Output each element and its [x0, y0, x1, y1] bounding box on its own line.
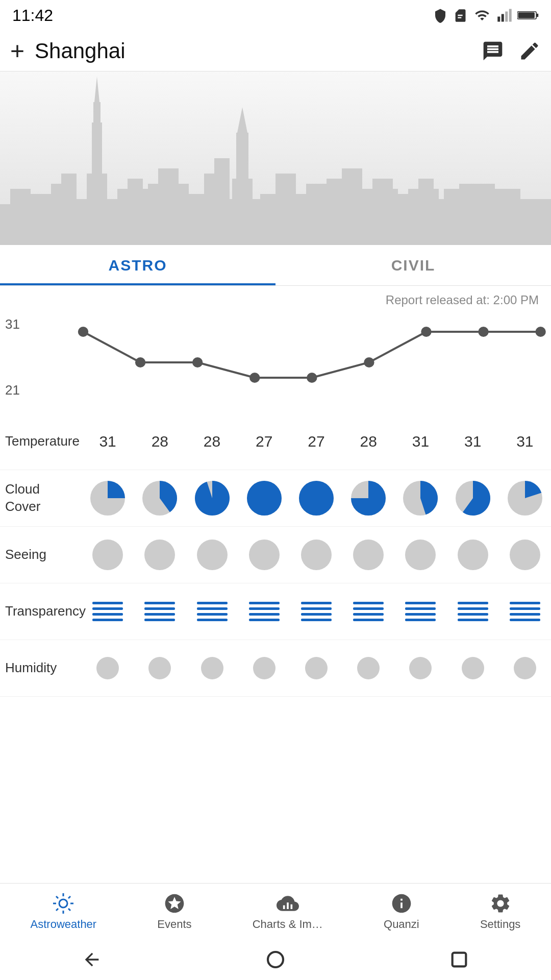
cloud-cover-cell-2 — [186, 470, 238, 526]
cloud-cover-row: Cloud Cover — [0, 470, 551, 527]
edit-icon[interactable] — [518, 40, 541, 62]
temp-cell-5: 28 — [342, 413, 394, 470]
svg-point-81 — [357, 657, 380, 679]
svg-point-52 — [364, 357, 374, 368]
seeing-cell-0 — [82, 527, 134, 583]
humidity-cell-7 — [447, 640, 499, 696]
nav-charts[interactable]: Charts & Im… — [253, 892, 323, 931]
tabs: ASTRO CIVIL — [0, 245, 551, 286]
status-time: 11:42 — [12, 6, 53, 25]
transparency-cell-4 — [290, 583, 342, 640]
svg-point-67 — [92, 540, 123, 570]
temperature-chart: 31 21 — [0, 311, 551, 413]
svg-rect-6 — [518, 12, 535, 18]
temperature-row: Temperature 31 28 28 27 27 28 31 31 31 — [0, 413, 551, 470]
svg-point-54 — [478, 327, 488, 337]
recents-button[interactable] — [444, 944, 474, 975]
svg-point-53 — [421, 327, 431, 337]
humidity-cell-2 — [186, 640, 238, 696]
back-button[interactable] — [77, 944, 107, 975]
cloud-cover-cell-4 — [290, 470, 342, 526]
svg-line-92 — [68, 896, 70, 898]
svg-rect-19 — [128, 179, 143, 245]
nav-settings[interactable]: Settings — [480, 892, 521, 931]
seeing-cell-7 — [447, 527, 499, 583]
temp-cell-8: 31 — [499, 413, 551, 470]
transparency-cell-5 — [342, 583, 394, 640]
svg-line-91 — [68, 909, 70, 911]
cloud-cover-cell-0 — [82, 470, 134, 526]
transparency-cell-1 — [134, 583, 186, 640]
transparency-cell-8 — [499, 583, 551, 640]
svg-point-68 — [144, 540, 175, 570]
seeing-cell-6 — [394, 527, 446, 583]
svg-rect-9 — [10, 189, 31, 245]
top-bar: + Shanghai — [0, 31, 551, 71]
svg-rect-46 — [0, 240, 551, 245]
svg-point-85 — [59, 899, 67, 908]
nav-events[interactable]: Events — [157, 892, 191, 931]
nav-quanzi[interactable]: Quanzi — [384, 892, 419, 931]
svg-point-80 — [305, 657, 328, 679]
humidity-cell-8 — [499, 640, 551, 696]
shield-icon — [433, 7, 448, 23]
svg-point-75 — [510, 540, 540, 570]
add-button[interactable]: + — [10, 39, 24, 63]
humidity-label: Humidity — [0, 653, 82, 683]
svg-point-77 — [148, 657, 171, 679]
transparency-cell-0 — [82, 583, 134, 640]
humidity-cell-4 — [290, 640, 342, 696]
svg-point-51 — [307, 373, 317, 383]
svg-rect-3 — [509, 9, 512, 22]
humidity-row: Humidity — [0, 640, 551, 697]
svg-point-76 — [96, 657, 119, 679]
svg-point-47 — [78, 327, 88, 337]
svg-line-93 — [56, 909, 58, 911]
svg-point-74 — [458, 540, 488, 570]
skyline-image — [0, 71, 551, 245]
temperature-cells: 31 28 28 27 27 28 31 31 31 — [82, 413, 551, 470]
charts-icon — [277, 892, 299, 915]
seeing-label: Seeing — [0, 540, 82, 570]
svg-line-90 — [56, 896, 58, 898]
nav-astroweather[interactable]: Astroweather — [31, 892, 97, 931]
cloud-cover-cell-8 — [499, 470, 551, 526]
tab-civil[interactable]: CIVIL — [276, 245, 551, 285]
seeing-cell-1 — [134, 527, 186, 583]
status-bar: 11:42 — [0, 0, 551, 31]
signal-icon — [497, 8, 512, 23]
svg-point-69 — [197, 540, 228, 570]
svg-rect-45 — [510, 199, 551, 245]
svg-point-49 — [192, 357, 203, 368]
svg-point-79 — [253, 657, 276, 679]
svg-point-71 — [301, 540, 332, 570]
temp-cell-1: 28 — [134, 413, 186, 470]
cloud-cover-cell-5 — [342, 470, 394, 526]
humidity-cell-5 — [342, 640, 394, 696]
battery-icon — [517, 9, 539, 21]
temp-cell-6: 31 — [394, 413, 446, 470]
svg-point-82 — [409, 657, 432, 679]
seeing-cell-4 — [290, 527, 342, 583]
seeing-cell-2 — [186, 527, 238, 583]
svg-point-84 — [514, 657, 536, 679]
cloud-cover-label: Cloud Cover — [0, 475, 82, 522]
cloud-cover-cell-1 — [134, 470, 186, 526]
seeing-cell-8 — [499, 527, 551, 583]
quanzi-icon — [390, 892, 413, 915]
temp-cell-3: 27 — [238, 413, 290, 470]
seeing-cells — [82, 527, 551, 583]
home-button[interactable] — [260, 944, 291, 975]
tab-astro[interactable]: ASTRO — [0, 245, 276, 285]
svg-point-72 — [353, 540, 384, 570]
humidity-cell-6 — [394, 640, 446, 696]
svg-rect-27 — [236, 133, 248, 245]
chat-icon[interactable] — [482, 40, 504, 62]
humidity-cell-0 — [82, 640, 134, 696]
bottom-nav: Astroweather Events Charts & Im… Quanzi … — [0, 883, 551, 939]
astroweather-icon — [52, 892, 74, 915]
status-icons — [433, 7, 539, 23]
svg-rect-1 — [502, 14, 504, 22]
nav-charts-label: Charts & Im… — [253, 918, 323, 931]
transparency-row: Transparency — [0, 583, 551, 640]
